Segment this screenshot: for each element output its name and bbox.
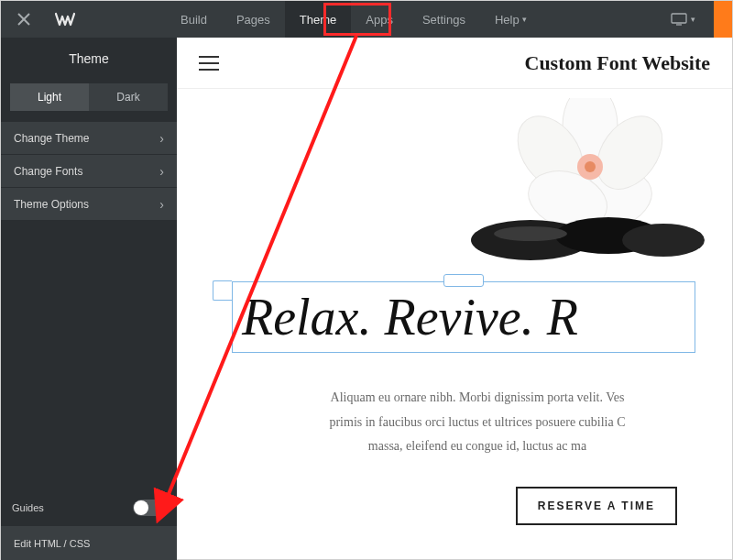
menu-change-fonts[interactable]: Change Fonts › (1, 155, 177, 188)
nav-help[interactable]: Help ▾ (480, 1, 542, 38)
nav-pages[interactable]: Pages (222, 1, 285, 38)
headline-element-selected[interactable]: Relax. Revive. R (232, 281, 695, 353)
hero-paragraph[interactable]: Aliquam eu ornare nibh. Morbi dignissim … (232, 386, 695, 459)
cta-button[interactable]: RESERVE A TIME (516, 487, 677, 525)
publish-button[interactable] (714, 1, 732, 38)
menu-label: Change Theme (14, 132, 90, 145)
para-line: massa, eleifend eu congue id, luctus ac … (259, 434, 695, 459)
seg-light[interactable]: Light (10, 83, 89, 111)
para-line: Aliquam eu ornare nibh. Morbi dignissim … (259, 386, 695, 411)
guides-toggle[interactable] (133, 500, 166, 516)
headline-text[interactable]: Relax. Revive. R (242, 288, 685, 346)
toggle-knob (134, 500, 148, 515)
drag-handle[interactable] (443, 274, 484, 287)
logo-icon (55, 12, 75, 27)
menu-label: Change Fonts (14, 165, 82, 178)
chevron-right-icon: › (159, 131, 164, 146)
chevron-down-icon: ▾ (522, 15, 527, 24)
sidebar: Theme Light Dark Change Theme › Change F… (1, 38, 177, 560)
chevron-right-icon: › (159, 164, 164, 179)
menu-theme-options[interactable]: Theme Options › (1, 188, 177, 221)
menu-change-theme[interactable]: Change Theme › (1, 122, 177, 155)
nav-apps[interactable]: Apps (351, 1, 408, 38)
site-title[interactable]: Custom Font Website (525, 51, 711, 75)
sidebar-title: Theme (1, 38, 177, 80)
weebly-logo[interactable] (47, 12, 83, 27)
topbar: Build Pages Theme Apps Settings Help ▾ ▾ (1, 1, 732, 38)
menu-label: Theme Options (14, 198, 89, 211)
svg-point-10 (585, 161, 596, 172)
svg-rect-2 (672, 14, 686, 23)
chevron-down-icon: ▾ (691, 15, 695, 24)
close-icon (17, 13, 30, 26)
edit-html-css-button[interactable]: Edit HTML / CSS (1, 526, 177, 560)
hero-section: Relax. Revive. R Aliquam eu ornare nibh.… (177, 89, 732, 559)
para-line: primis in faucibus orci luctus et ultric… (259, 411, 695, 435)
nav-build[interactable]: Build (166, 1, 222, 38)
device-preview-button[interactable]: ▾ (660, 1, 706, 38)
desktop-icon (671, 13, 687, 26)
topnav: Build Pages Theme Apps Settings Help ▾ (166, 1, 542, 38)
guides-row: Guides (1, 489, 177, 526)
svg-point-14 (494, 226, 567, 241)
seg-dark[interactable]: Dark (89, 83, 168, 111)
svg-point-13 (622, 224, 705, 257)
nav-theme[interactable]: Theme (285, 1, 351, 38)
hamburger-icon[interactable] (199, 56, 219, 71)
nav-help-label: Help (495, 13, 520, 27)
close-button[interactable] (1, 13, 47, 26)
site-header: Custom Font Website (177, 38, 732, 89)
site-preview: Custom Font Website (177, 38, 732, 559)
chevron-right-icon: › (159, 197, 164, 212)
stones-image (466, 199, 705, 263)
site-canvas: Custom Font Website (177, 38, 732, 559)
nav-settings[interactable]: Settings (408, 1, 480, 38)
guides-label: Guides (12, 502, 44, 513)
theme-mode-segmented: Light Dark (10, 83, 168, 111)
